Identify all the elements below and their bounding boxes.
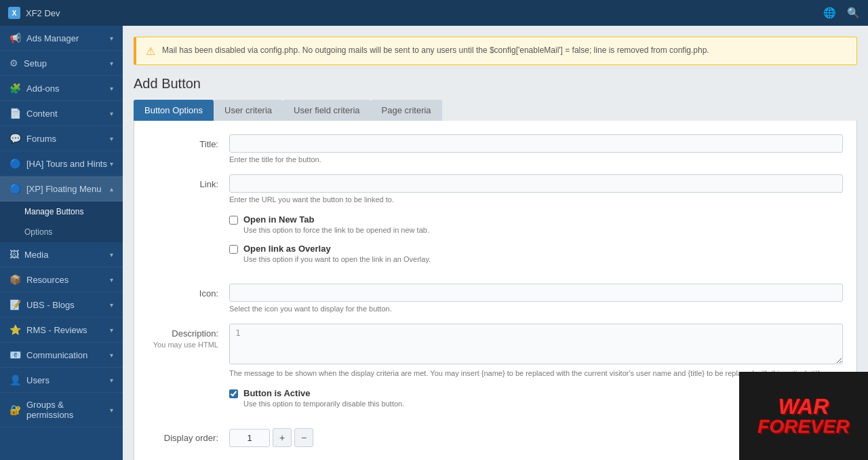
description-row: Description: You may use HTML 1 The mess… [148,324,843,377]
sidebar-label-users: Users [26,375,50,385]
sidebar-item-setup[interactable]: ⚙ Setup ▾ [0,51,123,76]
order-decrement-button[interactable]: − [294,428,313,447]
ubs-blogs-icon: 📝 [9,299,21,310]
button-active-title: Button is Active [243,388,404,398]
tab-page-criteria[interactable]: Page criteria [371,100,442,121]
site-icon: X [8,7,20,19]
chevron-right-icon: ▾ [110,110,113,117]
sidebar-sub-floating-menu: Manage Buttons Options [0,202,123,242]
sidebar-item-ubs-blogs[interactable]: 📝 UBS - Blogs ▾ [0,292,123,318]
tab-user-field-criteria[interactable]: User field criteria [283,100,371,121]
topbar-right: 🌐 🔍 [823,7,860,19]
sidebar-item-addons[interactable]: 🧩 Add-ons ▾ [0,76,123,101]
title-hint: Enter the title for the button. [229,155,843,164]
sidebar-label-ubs-blogs: UBS - Blogs [26,300,75,310]
open-overlay-hint: Use this option if you want to open the … [243,255,431,263]
sidebar-item-content[interactable]: 📄 Content ▾ [0,101,123,126]
sidebar-item-resources[interactable]: 📦 Resources ▾ [0,267,123,292]
sidebar: 📢 Ads Manager ▾ ⚙ Setup ▾ 🧩 Add-ons ▾ 📄 [0,26,123,460]
sidebar-label-setup: Setup [24,58,47,69]
title-input[interactable] [229,134,843,153]
open-overlay-row: Open link as Overlay Use this option if … [229,244,843,263]
icon-field: Select the icon you want to display for … [229,284,843,313]
order-increment-button[interactable]: + [273,428,292,447]
ads-manager-icon: 📢 [9,33,21,43]
tab-button-options[interactable]: Button Options [134,100,214,121]
sidebar-label-communication: Communication [26,350,87,360]
sidebar-label-resources: Resources [26,275,68,285]
chevron-up-icon: ▴ [110,185,113,193]
open-overlay-checkbox[interactable] [229,245,238,254]
tours-icon: 🔵 [9,158,21,169]
topbar: X XF2 Dev 🌐 🔍 [0,0,868,26]
war-forever-text: WAR FOREVER [757,396,849,436]
sidebar-label-tours-hints: [HA] Tours and Hints [26,159,107,169]
chevron-right-icon: ▾ [110,160,113,168]
link-hint: Enter the URL you want the button to be … [229,195,843,204]
chevron-right-icon: ▾ [110,406,113,414]
war-forever-badge: WAR FOREVER [739,372,868,460]
chevron-right-icon: ▾ [110,326,113,334]
sidebar-label-content: Content [26,109,58,119]
sidebar-label-addons: Add-ons [26,83,59,94]
link-row: Link: Enter the URL you want the button … [148,174,843,204]
display-order-input[interactable] [229,429,270,447]
sidebar-sub-item-manage-buttons[interactable]: Manage Buttons [0,202,123,222]
tab-user-criteria[interactable]: User criteria [214,100,283,121]
sidebar-label-floating-menu: [XP] Floating Menu [26,184,102,194]
open-new-tab-label[interactable]: Open in New Tab Use this option to force… [229,214,843,234]
content-icon: 📄 [9,108,21,119]
users-icon: 👤 [9,375,21,385]
topbar-left: X XF2 Dev [8,7,60,19]
description-textarea[interactable]: 1 [229,324,843,364]
sidebar-sub-item-options[interactable]: Options [0,222,123,242]
addons-icon: 🧩 [9,83,21,94]
mail-disabled-alert: ⚠ Mail has been disabled via config.php.… [134,37,857,65]
rms-reviews-icon: ⭐ [9,324,21,335]
globe-icon[interactable]: 🌐 [823,7,836,19]
title-field: Enter the title for the button. [229,134,843,164]
link-label: Link: [148,174,229,191]
forums-icon: 💬 [9,133,21,144]
chevron-right-icon: ▾ [110,251,113,258]
title-row: Title: Enter the title for the button. [148,134,843,164]
icon-input[interactable] [229,284,843,302]
sidebar-item-forums[interactable]: 💬 Forums ▾ [0,126,123,151]
sidebar-label-forums: Forums [26,134,56,144]
open-new-tab-title: Open in New Tab [243,214,429,225]
chevron-right-icon: ▾ [110,60,113,67]
sidebar-item-communication[interactable]: 📧 Communication ▾ [0,343,123,368]
groups-icon: 🔐 [9,404,21,415]
alert-message: Mail has been disabled via config.php. N… [162,44,709,56]
media-icon: 🖼 [9,249,19,260]
sidebar-item-tours-hints[interactable]: 🔵 [HA] Tours and Hints ▾ [0,151,123,176]
open-new-tab-checkbox[interactable] [229,216,238,225]
link-field: Enter the URL you want the button to be … [229,174,843,204]
sidebar-item-ads-manager[interactable]: 📢 Ads Manager ▾ [0,26,123,51]
chevron-right-icon: ▾ [110,301,113,309]
chevron-right-icon: ▾ [110,351,113,359]
resources-icon: 📦 [9,274,21,285]
button-active-checkbox[interactable] [229,389,238,398]
title-label: Title: [148,134,229,151]
description-field: 1 The message to be shown when the displ… [229,324,843,377]
chevron-down-icon: ▾ [110,35,113,42]
sidebar-item-media[interactable]: 🖼 Media ▾ [0,242,123,267]
sidebar-item-users[interactable]: 👤 Users ▾ [0,368,123,393]
open-overlay-title: Open link as Overlay [243,244,431,254]
open-overlay-label[interactable]: Open link as Overlay Use this option if … [229,244,843,263]
button-active-hint: Use this option to temporarily disable t… [243,400,404,408]
search-icon[interactable]: 🔍 [847,7,860,19]
description-label: Description: You may use HTML [148,324,229,351]
display-order-label: Display order: [148,428,229,444]
open-new-tab-hint: Use this option to force the link to be … [243,226,429,234]
floating-menu-icon: 🔵 [9,183,21,194]
link-input[interactable] [229,174,843,193]
page-title: Add Button [134,76,857,92]
sidebar-item-floating-menu[interactable]: 🔵 [XP] Floating Menu ▴ [0,176,123,202]
setup-icon: ⚙ [9,58,18,69]
sidebar-item-groups-permissions[interactable]: 🔐 Groups & permissions ▾ [0,393,123,427]
open-new-tab-row: Open in New Tab Use this option to force… [229,214,843,234]
sidebar-item-rms-reviews[interactable]: ⭐ RMS - Reviews ▾ [0,318,123,343]
chevron-right-icon: ▾ [110,135,113,142]
